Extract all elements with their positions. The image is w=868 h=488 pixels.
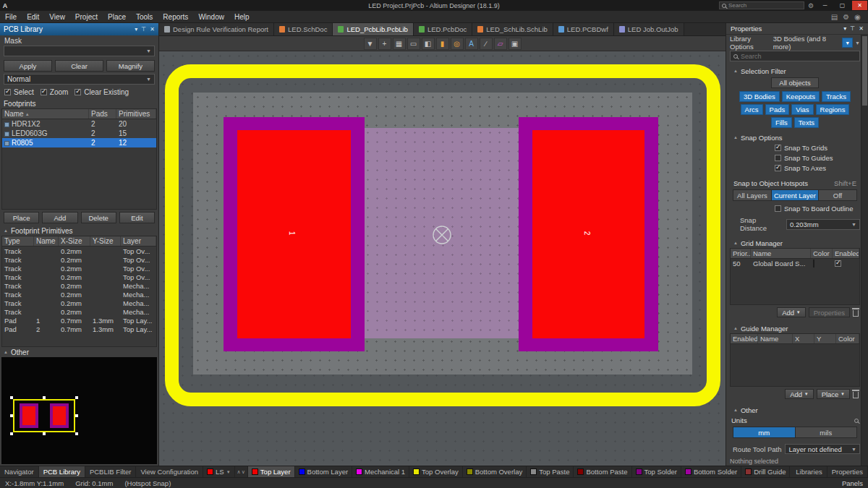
mask-button[interactable]: Apply [4,60,52,72]
column-header-ysize[interactable]: Y-Size [90,236,121,246]
filter-icon[interactable]: ▼ [364,38,377,50]
panel-tab[interactable]: Navigator [0,466,39,477]
selection-filter-button[interactable]: Fills [771,117,792,128]
column-header-pads[interactable]: Pads [89,109,116,119]
route-tool-path-dropdown[interactable]: Layer not defined ▼ [785,444,860,454]
guide-manager-section-header[interactable]: ▲ Guide Manager [730,323,860,333]
menu-item[interactable]: View [44,13,70,21]
column-header-layer[interactable]: Layer [121,236,156,246]
close-icon[interactable]: ✕ [150,26,155,33]
delete-icon[interactable] [853,310,859,317]
column-header-xsize[interactable]: X-Size [59,236,90,246]
chevron-down-icon[interactable]: ▾ [135,26,137,33]
checkbox[interactable]: Snap To Guides [775,154,860,162]
guide-add-button[interactable]: Add ▼ [785,389,814,399]
checkbox[interactable]: Snap To Axes [775,164,860,172]
primitive-row[interactable]: Track 0.2mm Mecha... [2,290,156,299]
menu-item[interactable]: File [0,13,22,21]
right-panel-tab[interactable]: Libraries [791,466,827,477]
footprints-section-header[interactable]: Footprints [0,98,158,108]
column-header-color[interactable]: Color [836,334,859,343]
properties-scrollbar[interactable] [861,35,868,466]
column-header-name[interactable]: Name [758,334,793,343]
wipe-icon[interactable]: ◧ [422,38,435,50]
close-icon[interactable]: ✕ [859,25,864,32]
footprint-action-button[interactable]: Delete [81,212,116,223]
footprint-preview[interactable] [1,357,157,464]
primitive-row[interactable]: Track 0.2mm Mecha... [2,281,156,290]
menu-item[interactable]: Project [70,13,103,21]
document-tab[interactable]: Design Rule Verification Report [159,23,274,35]
layer-tab[interactable]: Top Layer [248,466,295,477]
checkbox[interactable]: Snap To Grids [775,144,860,152]
column-header-primitives[interactable]: Primitives [116,109,156,119]
user-icon[interactable]: ◉ [854,13,861,21]
column-header-enabled[interactable]: Enabled [833,249,859,258]
grid-color-swatch[interactable] [813,260,814,267]
menu-item[interactable]: Tools [131,13,158,21]
layer-scroll-right-icon[interactable]: ∨ [242,469,245,475]
column-header-y[interactable]: Y [814,334,836,343]
right-panel-tab[interactable]: Properties [827,466,868,477]
layer-set-selector[interactable]: LS ▼ [203,466,235,477]
document-tab[interactable]: LED.PcbDoc [414,23,472,35]
footprint-row[interactable]: LED0603G 2 15 [2,129,156,138]
primitive-row[interactable]: Pad 2 0.7mm 1.3mm Top Lay... [2,325,156,333]
footprint-action-button[interactable]: Edit [119,212,155,223]
panel-tab[interactable]: PCBLIB Filter [85,466,137,477]
move-icon[interactable]: + [378,38,391,50]
column-header-type[interactable]: Type [2,236,34,246]
image-icon[interactable]: ▣ [509,38,522,50]
selection-filter-section-header[interactable]: ▲ Selection Filter [730,66,860,76]
grid-properties-button[interactable]: Properties [809,307,850,317]
column-header-enabled[interactable]: Enabled [731,334,758,343]
layer-tab[interactable]: Mechanical 1 [352,466,409,477]
all-objects-button[interactable]: All objects [771,77,818,88]
snap-board-outline-checkbox[interactable]: Snap To Board Outline [775,205,860,213]
primitive-row[interactable]: Track 0.2mm Mecha... [2,299,156,307]
pin-icon[interactable]: ⊤ [141,26,146,33]
primitive-row[interactable]: Track 0.2mm Mecha... [2,307,156,316]
layer-tab[interactable]: Bottom Solder [681,466,741,477]
checkbox[interactable]: Select [4,88,34,96]
footprint-action-button[interactable]: Add [42,212,77,223]
grid-manager-section-header[interactable]: ▲ Grid Manager [730,238,860,248]
footprint-row[interactable]: R0805 2 12 [2,138,156,147]
primitive-row[interactable]: Track 0.2mm Top Ov... [2,247,156,255]
document-tab[interactable]: LED_PcbLib.PcbLib [333,23,414,35]
document-tab[interactable]: LED_SchLib.SchLib [472,23,553,35]
gear-icon[interactable]: ⚙ [843,13,849,21]
guide-place-button[interactable]: Place ▼ [817,389,850,399]
via-icon[interactable]: ◎ [451,38,464,50]
pin-icon[interactable]: ⊤ [850,25,855,32]
checkbox[interactable]: Clear Existing [75,88,129,96]
menu-item[interactable]: Window [193,13,229,21]
document-tab[interactable]: LED.PCBDwf [553,23,614,35]
pcb-canvas[interactable]: 1 2 [159,51,726,466]
properties-search-input[interactable] [741,53,856,60]
mask-dropdown[interactable]: ▼ [4,46,155,56]
panel-tab[interactable]: View Configuration [136,466,203,477]
layer-tab[interactable]: Bottom Layer [295,466,353,477]
checkbox[interactable]: Zoom [41,88,69,96]
other-section-header[interactable]: ▲ Other [730,405,860,415]
footprint-primitives-section-header[interactable]: ▲ Footprint Primitives [0,226,158,236]
menu-item[interactable]: Place [103,13,131,21]
selection-filter-button[interactable]: Texts [794,117,819,128]
snap-options-section-header[interactable]: ▲ Snap Options [730,132,860,142]
chevron-down-icon[interactable]: ▾ [843,25,846,32]
selection-filter-button[interactable]: Arcs [741,104,763,115]
layer-tab[interactable]: Bottom Overlay [463,466,527,477]
menu-item[interactable]: Edit [22,13,44,21]
mask-button[interactable]: Magnify [106,60,155,72]
properties-search[interactable] [730,51,860,61]
layer-tab[interactable]: Top Paste [527,466,574,477]
panels-button[interactable]: Panels [842,479,863,487]
layer-tab[interactable]: Top Solder [632,466,681,477]
snap-hotspots-section-header[interactable]: Snap to Object Hotspots Shift+E [730,178,860,188]
primitive-row[interactable]: Track 0.2mm Top Ov... [2,273,156,281]
pad-icon[interactable]: ▮ [436,38,449,50]
line-icon[interactable]: ∕ [480,38,493,50]
gear-icon[interactable]: ⚙ [807,2,815,9]
scrollbar-thumb[interactable] [862,36,867,106]
